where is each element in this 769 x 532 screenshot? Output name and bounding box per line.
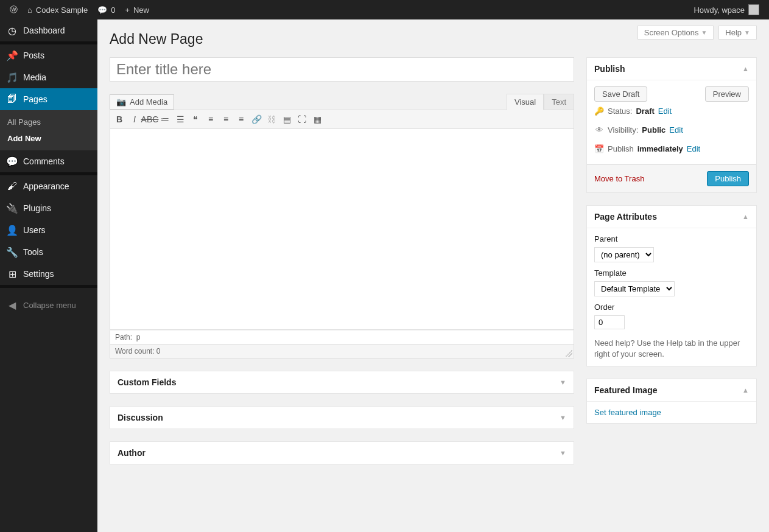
comment-icon: 💬 [97,5,107,15]
order-input[interactable] [594,315,625,329]
key-icon: 🔑 [594,107,604,116]
chevron-up-icon[interactable]: ▲ [742,65,749,72]
users-icon: 👤 [6,224,18,236]
italic-button[interactable]: I [127,112,142,127]
menu-posts[interactable]: 📌Posts [0,44,97,66]
screen-options-button[interactable]: Screen Options▼ [637,26,714,40]
page-attributes-heading: Page Attributes [594,212,742,222]
submenu-add-new[interactable]: Add New [0,130,97,147]
save-draft-button[interactable]: Save Draft [594,86,647,102]
publish-heading: Publish [594,64,742,74]
preview-button[interactable]: Preview [705,86,749,102]
calendar-icon: 📅 [594,144,604,153]
menu-dashboard[interactable]: ◷Dashboard [0,19,97,41]
author-toggle[interactable]: Author▼ [110,442,574,464]
add-media-button[interactable]: 📷Add Media [110,94,174,110]
align-left-button[interactable]: ≡ [203,112,218,127]
editor-path: Path: p [110,330,574,345]
author-box: Author▼ [110,441,574,464]
avatar [748,4,759,15]
media-icon: 🎵 [6,71,18,83]
wordpress-icon: ⓦ [10,4,18,15]
bold-button[interactable]: B [112,112,127,127]
chevron-up-icon[interactable]: ▲ [742,387,749,394]
tools-icon: 🔧 [6,246,18,258]
featured-image-heading: Featured Image [594,385,742,395]
site-name[interactable]: ⌂Codex Sample [23,0,93,19]
set-featured-image-link[interactable]: Set featured image [594,408,661,417]
tab-text[interactable]: Text [544,94,574,110]
discussion-toggle[interactable]: Discussion▼ [110,407,574,429]
kitchen-sink-button[interactable]: ▦ [310,112,325,127]
my-account[interactable]: Howdy, wpace [689,0,764,19]
submenu-all-pages[interactable]: All Pages [0,114,97,130]
plugin-icon: 🔌 [6,202,18,214]
publish-box: Publish▲ Save Draft Preview 🔑Status: Dra… [586,57,757,193]
featured-image-box: Featured Image▲ Set featured image [586,379,757,424]
parent-select[interactable]: (no parent) [594,247,654,262]
tab-visual[interactable]: Visual [507,94,544,110]
blockquote-button[interactable]: ❝ [188,112,203,127]
menu-pages[interactable]: 🗐Pages [0,88,97,110]
menu-users[interactable]: 👤Users [0,219,97,241]
fullscreen-button[interactable]: ⛶ [295,112,309,127]
discussion-box: Discussion▼ [110,406,574,429]
custom-fields-box: Custom Fields▼ [110,371,574,394]
numbered-list-button[interactable]: ☰ [173,112,188,127]
settings-icon: ⊞ [6,268,18,280]
wp-logo[interactable]: ⓦ [5,0,23,19]
link-button[interactable]: 🔗 [249,112,264,127]
chevron-down-icon: ▼ [744,29,750,36]
dashboard-icon: ◷ [6,24,18,37]
plus-icon: + [125,5,130,15]
insert-more-button[interactable]: ▤ [279,112,294,127]
chevron-down-icon: ▼ [701,29,707,36]
move-to-trash-link[interactable]: Move to Trash [594,174,644,183]
align-center-button[interactable]: ≡ [219,112,233,127]
menu-media[interactable]: 🎵Media [0,66,97,88]
admin-sidebar: ◷Dashboard 📌Posts 🎵Media 🗐Pages All Page… [0,19,97,532]
post-title-input[interactable] [110,57,574,82]
edit-schedule-link[interactable]: Edit [687,144,700,153]
content-editor[interactable] [110,129,574,330]
publish-button[interactable]: Publish [707,171,749,186]
page-icon: 🗐 [6,93,18,105]
chevron-down-icon: ▼ [560,379,566,386]
camera-icon: 📷 [116,97,126,107]
unlink-button[interactable]: ⛓ [264,112,279,127]
menu-settings[interactable]: ⊞Settings [0,263,97,285]
page-attributes-box: Page Attributes▲ Parent (no parent) Temp… [586,205,757,366]
menu-comments[interactable]: 💬Comments [0,150,97,172]
admin-toolbar: ⓦ ⌂Codex Sample 💬0 +New Howdy, wpace [0,0,769,19]
new-content[interactable]: +New [120,0,154,19]
chevron-up-icon[interactable]: ▲ [742,213,749,220]
template-label: Template [594,268,749,278]
align-right-button[interactable]: ≡ [234,112,248,127]
eye-icon: 👁 [594,125,604,135]
parent-label: Parent [594,234,749,243]
collapse-menu[interactable]: ◀Collapse menu [0,294,97,316]
collapse-icon: ◀ [6,299,18,311]
edit-visibility-link[interactable]: Edit [669,125,683,135]
pages-submenu: All Pages Add New [0,110,97,150]
menu-appearance[interactable]: 🖌Appearance [0,175,97,197]
chevron-down-icon: ▼ [560,449,566,457]
edit-status-link[interactable]: Edit [658,107,672,116]
editor-toolbar: B I ABC ≔ ☰ ❝ ≡ ≡ ≡ 🔗 ⛓ ▤ ⛶ ▦ [110,110,574,129]
custom-fields-toggle[interactable]: Custom Fields▼ [110,371,574,393]
word-count: Word count: 0 [110,345,574,359]
comments-bubble[interactable]: 💬0 [93,0,120,19]
order-label: Order [594,303,749,312]
menu-tools[interactable]: 🔧Tools [0,241,97,263]
comments-icon: 💬 [6,155,18,167]
brush-icon: 🖌 [6,180,18,192]
pushpin-icon: 📌 [6,49,18,61]
home-icon: ⌂ [27,5,32,15]
menu-plugins[interactable]: 🔌Plugins [0,197,97,219]
strikethrough-button[interactable]: ABC [142,112,157,127]
help-button[interactable]: Help▼ [718,26,757,40]
chevron-down-icon: ▼ [560,414,566,421]
bullet-list-button[interactable]: ≔ [158,112,172,127]
template-select[interactable]: Default Template [594,281,675,296]
help-text: Need help? Use the Help tab in the upper… [594,338,749,360]
